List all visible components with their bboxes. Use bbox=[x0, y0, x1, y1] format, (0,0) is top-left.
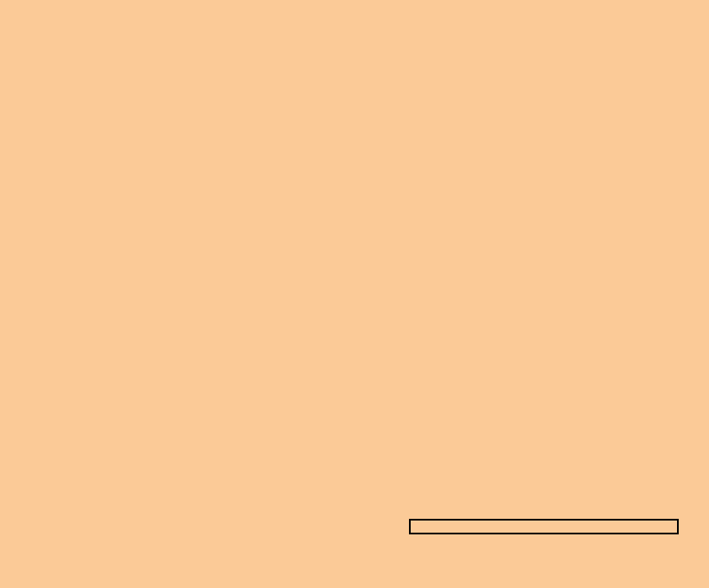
map-overlay bbox=[0, 0, 709, 588]
sst-map-figure bbox=[0, 0, 709, 588]
temperature-colorbar bbox=[409, 519, 679, 534]
